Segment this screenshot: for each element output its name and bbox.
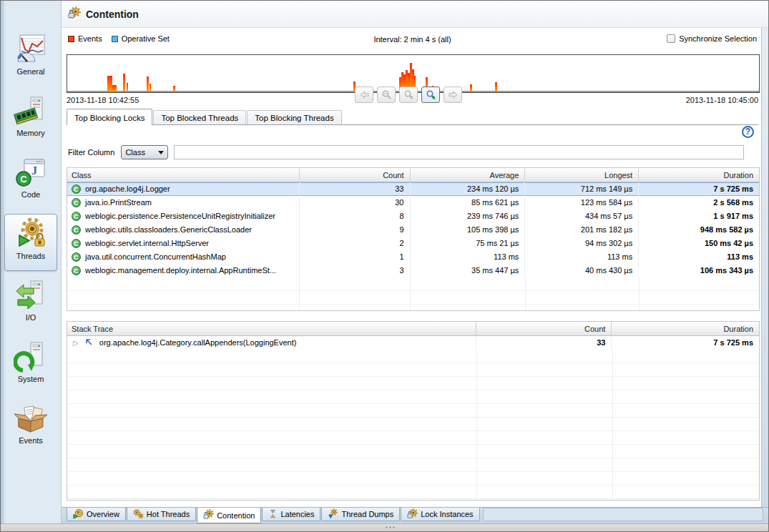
sidebar-item-io[interactable]: I/O: [4, 275, 57, 332]
column-header-duration[interactable]: Duration: [639, 168, 759, 182]
jmc-window: General Memory: [0, 0, 769, 532]
synchronize-selection-label: Synchronize Selection: [679, 34, 757, 43]
resize-grip-icon: [385, 526, 396, 528]
sidebar-item-label: Code: [5, 190, 57, 199]
threads-gear-lock-icon: [5, 217, 57, 251]
event-bar: [150, 84, 151, 91]
tab-top-blocking-threads[interactable]: Top Blocking Threads: [247, 110, 341, 124]
column-header-count[interactable]: Count: [476, 322, 612, 335]
status-bar: [1, 523, 768, 531]
filter-column-select[interactable]: Class: [121, 145, 168, 159]
event-bar: [173, 86, 175, 91]
contention-gear-lock-icon: [68, 6, 81, 22]
column-header-class[interactable]: Class: [67, 168, 300, 182]
table-row[interactable]: Cjava.util.concurrent.ConcurrentHashMap …: [67, 250, 759, 264]
latencies-hourglass-icon: [268, 508, 278, 521]
sidebar-item-threads[interactable]: Threads: [4, 214, 57, 271]
tab-hot-threads[interactable]: Hot Threads: [127, 508, 196, 521]
right-edge-strip: [761, 28, 768, 524]
interval-label: Interval: 2 min 4 s (all): [68, 35, 757, 44]
sidebar-item-label: I/O: [5, 313, 57, 322]
history-forward-button[interactable]: [444, 87, 462, 103]
sidebar-item-label: Events: [5, 436, 57, 445]
sidebar-item-events[interactable]: Events: [4, 398, 57, 455]
tab-top-blocking-locks[interactable]: Top Blocking Locks: [67, 109, 152, 125]
synchronize-selection: Synchronize Selection: [667, 34, 757, 43]
page-title: Contention: [86, 9, 139, 20]
event-bar: [107, 76, 112, 91]
tab-contention[interactable]: Contention: [197, 508, 261, 523]
sidebar-item-system[interactable]: System: [4, 337, 57, 394]
synchronize-selection-checkbox[interactable]: [667, 34, 675, 43]
help-icon[interactable]: ?: [742, 126, 754, 138]
thread-dumps-gear-arrow-icon: [328, 508, 338, 521]
tab-thread-dumps[interactable]: Thread Dumps: [321, 508, 400, 521]
sidebar: General Memory: [1, 1, 62, 524]
empty-rows-area: [67, 350, 759, 500]
chevron-down-icon: [158, 151, 164, 154]
stack-trace-table: Stack Trace Count Duration ▷ org.apache.…: [67, 321, 760, 501]
table-row[interactable]: Cweblogic.management.deploy.internal.App…: [67, 264, 759, 277]
zoom-fit-button[interactable]: [399, 87, 418, 103]
table-row[interactable]: Cweblogic.persistence.PersistenceUnitReg…: [67, 210, 759, 223]
table-row[interactable]: Cweblogic.servlet.internal.HttpServer 2 …: [67, 237, 759, 250]
page-header: Contention: [62, 1, 768, 28]
general-dashboard-icon: [5, 32, 57, 66]
view-tabs: Top Blocking Locks Top Blocked Threads T…: [67, 109, 758, 125]
sidebar-item-label: Threads: [5, 252, 57, 260]
tab-overview[interactable]: Overview: [67, 508, 126, 521]
column-header-duration[interactable]: Duration: [612, 322, 759, 335]
main-panel: Contention Events Operative Set Interval…: [62, 1, 768, 524]
timeline-end-time: 2013-11-18 10:45:00: [686, 96, 758, 104]
class-icon: C: [72, 184, 81, 194]
zoom-in-button[interactable]: [421, 87, 440, 103]
stack-frame-arrow-icon: [85, 339, 93, 348]
class-icon: C: [72, 266, 81, 275]
timeline-toolbar: [355, 87, 462, 103]
event-bar: [147, 77, 149, 91]
table-row[interactable]: Corg.apache.log4j.Logger 33 234 ms 120 µ…: [67, 182, 759, 196]
hot-threads-gears-icon: [133, 508, 144, 521]
history-back-button[interactable]: [355, 87, 373, 103]
column-header-average[interactable]: Average: [411, 168, 526, 182]
legend-row: Events Operative Set Interval: 2 min 4 s…: [68, 34, 757, 46]
expander-collapsed-icon[interactable]: ▷: [73, 339, 79, 347]
class-icon: C: [72, 212, 81, 221]
tab-lock-instances[interactable]: Lock Instances: [401, 508, 479, 521]
zoom-out-button[interactable]: [377, 87, 396, 103]
sidebar-item-general[interactable]: General: [4, 29, 57, 87]
column-header-count[interactable]: Count: [300, 168, 411, 182]
tab-bar-filler: [483, 508, 763, 521]
sidebar-item-label: General: [5, 67, 57, 76]
sidebar-item-label: Memory: [5, 129, 57, 137]
tab-latencies[interactable]: Latencies: [262, 508, 320, 521]
class-icon: C: [72, 252, 81, 262]
events-box-icon: [5, 401, 57, 435]
svg-text:J: J: [31, 164, 37, 177]
event-bar: [112, 85, 117, 91]
filter-column-value: Class: [125, 148, 145, 157]
event-bar: [127, 83, 128, 91]
sidebar-item-code[interactable]: J C Code: [4, 152, 57, 210]
table-header: Stack Trace Count Duration: [67, 322, 759, 336]
code-class-icon: J C: [5, 155, 57, 189]
table-row[interactable]: Cweblogic.utils.classloaders.GenericClas…: [67, 223, 759, 237]
event-bar: [123, 74, 125, 91]
filter-query-input[interactable]: [174, 145, 744, 159]
contention-gear-lock-icon: [203, 509, 214, 521]
stack-trace-row[interactable]: ▷ org.apache.log4j.Category.callAppender…: [67, 336, 759, 350]
bottom-tab-bar: Overview Hot Threads Contention Latencie…: [62, 507, 768, 524]
tab-top-blocked-threads[interactable]: Top Blocked Threads: [153, 110, 246, 124]
class-icon: C: [72, 198, 81, 207]
column-header-stack-trace[interactable]: Stack Trace: [67, 322, 476, 335]
system-refresh-icon: [5, 340, 57, 374]
sidebar-item-memory[interactable]: Memory: [4, 91, 57, 148]
svg-text:C: C: [20, 174, 27, 184]
event-bar: [495, 82, 497, 91]
sidebar-item-label: System: [5, 375, 57, 383]
table-row[interactable]: Cjava.io.PrintStream 30 85 ms 621 µs 123…: [67, 196, 759, 210]
io-server-arrows-icon: [5, 278, 57, 312]
filter-row: Filter Column Class: [68, 144, 744, 160]
timeline-start-time: 2013-11-18 10:42:55: [67, 96, 139, 104]
column-header-longest[interactable]: Longest: [525, 168, 639, 182]
